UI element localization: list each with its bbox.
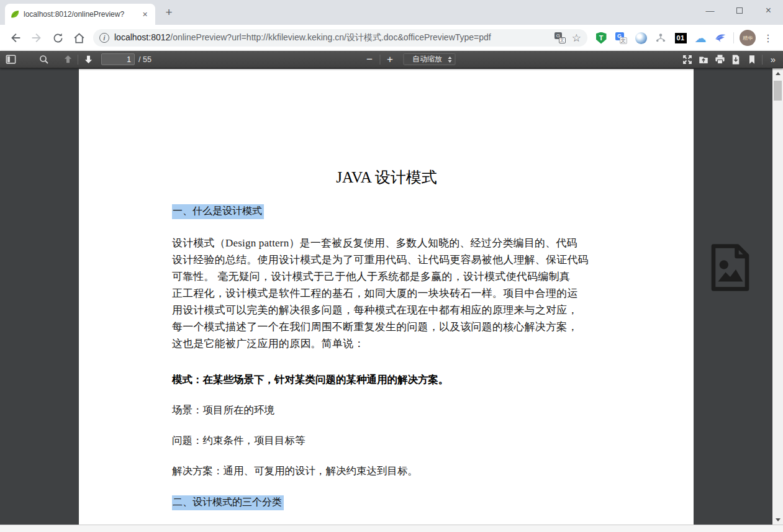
extension-01-badge[interactable]: 01 xyxy=(672,30,689,46)
tab-title: localhost:8012/onlinePreview? xyxy=(24,10,136,19)
spring-leaf-favicon xyxy=(10,9,20,19)
print-icon xyxy=(714,53,726,65)
vertical-scrollbar-thumb[interactable] xyxy=(774,81,782,101)
paragraph-line: 可靠性。 毫无疑问，设计模式于己于他人于系统都是多赢的，设计模式使代码编制真 xyxy=(172,268,601,285)
line-problem-definition: 问题：约束条件，项目目标等 xyxy=(172,434,601,447)
url-host: localhost:8012 xyxy=(114,32,170,42)
paragraph-line: 设计模式（Design pattern）是一套被反复使用、多数人知晓的、经过分类… xyxy=(172,235,601,251)
toolbar-separator xyxy=(78,55,78,65)
browser-navbar: i localhost:8012/onlinePreview?url=http:… xyxy=(0,25,783,51)
open-file-button[interactable] xyxy=(695,52,712,67)
home-button[interactable] xyxy=(70,29,88,47)
pdf-toolbar: / 55 − + 自动缩放 xyxy=(0,51,783,68)
forward-button[interactable] xyxy=(28,29,45,47)
window-close-button[interactable]: × xyxy=(754,0,783,21)
scroll-down-arrow[interactable] xyxy=(772,515,783,525)
paragraph-line: 正工程化，设计模式是软件工程的基石，如同大厦的一块块砖石一样。项目中合理的运 xyxy=(172,285,601,302)
bird-icon xyxy=(715,32,726,44)
zoom-level-select[interactable]: 自动缩放 xyxy=(403,53,455,65)
window-minimize-button[interactable]: — xyxy=(695,0,725,21)
page-number-input[interactable] xyxy=(101,53,135,65)
extension-proxy-hub[interactable] xyxy=(653,30,669,46)
extension-green-shield[interactable]: T xyxy=(593,30,609,46)
browser-tab[interactable]: localhost:8012/onlinePreview? × xyxy=(5,4,155,25)
zoom-in-icon: + xyxy=(387,53,393,66)
page-down-icon xyxy=(83,54,94,65)
document-title: JAVA 设计模式 xyxy=(172,167,601,187)
new-tab-button[interactable]: + xyxy=(161,6,176,20)
document-heading-2: 二、设计模式的三个分类 xyxy=(172,495,284,510)
line-scene-definition: 场景：项目所在的环境 xyxy=(172,404,601,417)
paragraph-line: 用设计模式可以完美的解决很多问题，每种模式在现在中都有相应的原理来与之对应， xyxy=(172,302,601,318)
window-maximize-button[interactable] xyxy=(725,0,754,21)
bookmark-star-icon[interactable]: ☆ xyxy=(572,32,581,45)
extension-blue-swirl[interactable] xyxy=(633,30,649,46)
document-heading-1: 一、什么是设计模式 xyxy=(172,204,264,219)
paragraph-line: 设计经验的总结。使用设计模式是为了可重用代码、让代码更容易被他人理解、保证代码 xyxy=(172,251,601,268)
line-solution-definition: 解决方案：通用、可复用的设计，解决约束达到目标。 xyxy=(172,464,601,477)
tab-close-icon[interactable]: × xyxy=(140,9,150,20)
page-up-button[interactable] xyxy=(60,52,76,67)
more-tools-button[interactable]: » xyxy=(764,52,781,67)
print-button[interactable] xyxy=(712,52,728,67)
broken-image-icon xyxy=(708,243,753,292)
presentation-mode-button[interactable] xyxy=(679,52,695,67)
toolbar-separator xyxy=(762,55,763,65)
back-button[interactable] xyxy=(7,29,24,47)
line-pattern-definition: 模式：在某些场景下，针对某类问题的某种通用的解决方案。 xyxy=(172,373,601,386)
browser-menu-icon[interactable]: ⋮ xyxy=(761,30,776,45)
sidebar-toggle-icon xyxy=(5,53,17,65)
page-down-button[interactable] xyxy=(80,52,96,67)
blue-swirl-icon xyxy=(635,32,647,44)
url-path: /onlinePreview?url=http://kkfileview.kek… xyxy=(170,32,491,42)
window-controls: — × xyxy=(695,0,783,21)
download-icon xyxy=(730,54,741,65)
search-button[interactable] xyxy=(36,52,52,67)
extension-cloud[interactable]: ☁ xyxy=(692,30,708,46)
extension-bird[interactable] xyxy=(712,30,728,46)
reload-button[interactable] xyxy=(49,29,66,47)
01-icon: 01 xyxy=(675,33,687,43)
more-tools-icon: » xyxy=(771,54,774,65)
select-caret-icon xyxy=(448,56,451,63)
paragraph-line: 每一个模式描述了一个在我们周围不断重复发生的问题，以及该问题的核心解决方案， xyxy=(172,318,601,335)
url-text: localhost:8012/onlinePreview?url=http://… xyxy=(114,32,554,43)
zoom-in-button[interactable]: + xyxy=(382,52,398,67)
bookmark-button[interactable] xyxy=(744,52,760,67)
sidebar-toggle-button[interactable] xyxy=(2,52,19,67)
home-icon xyxy=(73,32,86,45)
document-paragraph: 设计模式（Design pattern）是一套被反复使用、多数人知晓的、经过分类… xyxy=(172,235,601,352)
vertical-scrollbar[interactable] xyxy=(772,68,783,525)
extension-google-translate[interactable]: G 文 xyxy=(613,30,629,46)
back-icon xyxy=(9,31,22,45)
paragraph-line: 这也是它能被广泛应用的原因。简单说： xyxy=(172,335,601,352)
translate-page-icon[interactable]: G 文 xyxy=(554,32,566,43)
page-up-icon xyxy=(63,54,73,65)
translate-extension-icon: G 文 xyxy=(615,32,627,44)
page-count-label: / 55 xyxy=(138,55,152,64)
forward-icon xyxy=(30,31,43,45)
browser-titlebar: localhost:8012/onlinePreview? × + — × xyxy=(0,0,783,25)
profile-avatar[interactable]: 精华 xyxy=(740,30,756,46)
reload-icon xyxy=(52,32,65,45)
horizontal-scrollbar[interactable] xyxy=(0,525,783,532)
pdf-page: JAVA 设计模式 一、什么是设计模式 设计模式（Design pattern）… xyxy=(79,69,694,525)
toolbar-separator xyxy=(733,32,734,43)
site-info-icon[interactable]: i xyxy=(99,33,109,43)
zoom-level-value: 自动缩放 xyxy=(407,54,448,65)
shield-icon: T xyxy=(596,32,607,44)
zoom-out-icon: − xyxy=(366,53,373,66)
toolbar-separator xyxy=(379,55,380,65)
hub-icon xyxy=(655,32,666,43)
scroll-up-arrow[interactable] xyxy=(772,68,783,78)
zoom-out-button[interactable]: − xyxy=(361,52,378,67)
cloud-icon: ☁ xyxy=(695,32,707,44)
open-file-icon xyxy=(698,54,709,65)
address-bar[interactable]: i localhost:8012/onlinePreview?url=http:… xyxy=(93,29,587,47)
translate-wen-glyph: 文 xyxy=(559,37,566,43)
pdf-viewer-area: JAVA 设计模式 一、什么是设计模式 设计模式（Design pattern）… xyxy=(0,68,783,532)
presentation-mode-icon xyxy=(682,54,693,65)
maximize-icon xyxy=(736,7,743,14)
bookmark-icon xyxy=(747,55,757,65)
download-button[interactable] xyxy=(728,52,744,67)
